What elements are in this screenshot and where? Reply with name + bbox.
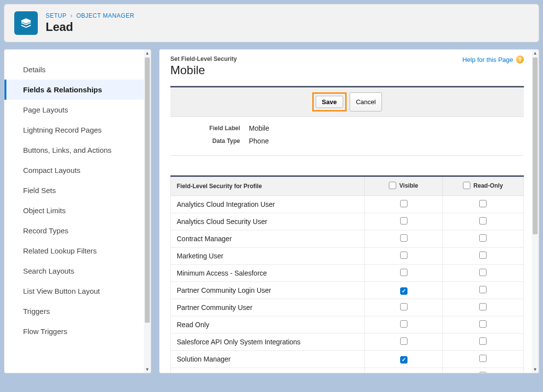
breadcrumb-setup[interactable]: SETUP bbox=[46, 12, 66, 19]
save-highlight: Save bbox=[312, 92, 347, 112]
profile-name: Minimum Access - Salesforce bbox=[171, 265, 365, 282]
table-row: Standard User bbox=[171, 368, 524, 374]
sidebar-scrollbar[interactable]: ▲ ▼ bbox=[144, 50, 151, 373]
help-icon: ? bbox=[516, 56, 524, 63]
profile-name: Contract Manager bbox=[171, 230, 365, 248]
sidebar-item-fields-relationships[interactable]: Fields & Relationships bbox=[4, 80, 151, 100]
readonly-checkbox[interactable] bbox=[479, 269, 487, 276]
table-row: Contract Manager bbox=[171, 230, 524, 248]
sidebar-item-related-lookup-filters[interactable]: Related Lookup Filters bbox=[4, 241, 151, 261]
readonly-checkbox[interactable] bbox=[479, 200, 487, 207]
sidebar: DetailsFields & RelationshipsPage Layout… bbox=[4, 49, 151, 373]
visible-checkbox[interactable] bbox=[400, 217, 407, 224]
section-subheading: Set Field-Level Security bbox=[170, 56, 237, 62]
profile-name: Standard User bbox=[171, 368, 365, 374]
data-type-caption: Data Type bbox=[170, 138, 249, 144]
visible-checkbox[interactable] bbox=[400, 287, 407, 295]
object-icon bbox=[14, 11, 38, 35]
col-profile: Field-Level Security for Profile bbox=[171, 176, 365, 196]
table-row: Read Only bbox=[171, 316, 524, 334]
page-header: SETUP › OBJECT MANAGER Lead bbox=[4, 4, 539, 42]
table-row: Minimum Access - Salesforce bbox=[171, 265, 524, 282]
table-row: Marketing User bbox=[171, 248, 524, 265]
page-title: Lead bbox=[46, 20, 135, 34]
col-visible: Visible bbox=[365, 176, 442, 196]
readonly-checkbox[interactable] bbox=[479, 372, 487, 373]
sidebar-item-flow-triggers[interactable]: Flow Triggers bbox=[4, 321, 151, 341]
readonly-checkbox[interactable] bbox=[479, 303, 487, 310]
visible-checkbox[interactable] bbox=[400, 269, 407, 276]
save-button[interactable]: Save bbox=[316, 96, 343, 108]
profile-name: Partner Community Login User bbox=[171, 282, 365, 299]
main-panel: ▲ ▼ Set Field-Level Security Mobile Help… bbox=[159, 49, 539, 373]
sidebar-item-search-layouts[interactable]: Search Layouts bbox=[4, 261, 151, 281]
visible-checkbox[interactable] bbox=[400, 200, 407, 207]
scroll-up-arrow[interactable]: ▲ bbox=[532, 50, 539, 56]
visible-select-all-checkbox[interactable] bbox=[389, 182, 396, 189]
sidebar-item-list-view-button-layout[interactable]: List View Button Layout bbox=[4, 281, 151, 301]
scrollbar-thumb[interactable] bbox=[533, 57, 538, 234]
sidebar-item-field-sets[interactable]: Field Sets bbox=[4, 180, 151, 200]
table-row: Partner Community User bbox=[171, 299, 524, 316]
readonly-checkbox[interactable] bbox=[479, 234, 487, 242]
scrollbar-thumb[interactable] bbox=[145, 57, 150, 323]
table-row: Analytics Cloud Security User bbox=[171, 213, 524, 230]
readonly-checkbox[interactable] bbox=[479, 217, 487, 224]
field-label-caption: Field Label bbox=[170, 125, 249, 132]
visible-checkbox[interactable] bbox=[400, 373, 407, 374]
sidebar-item-page-layouts[interactable]: Page Layouts bbox=[4, 100, 151, 120]
visible-checkbox[interactable] bbox=[400, 356, 407, 364]
profile-name: Solution Manager bbox=[171, 351, 365, 368]
breadcrumb: SETUP › OBJECT MANAGER bbox=[46, 12, 135, 19]
table-row: Analytics Cloud Integration User bbox=[171, 196, 524, 213]
profile-name: Salesforce API Only System Integrations bbox=[171, 334, 365, 351]
profile-name: Read Only bbox=[171, 316, 365, 334]
sidebar-item-triggers[interactable]: Triggers bbox=[4, 301, 151, 321]
cancel-button[interactable]: Cancel bbox=[350, 92, 382, 112]
readonly-checkbox[interactable] bbox=[479, 252, 487, 259]
profile-name: Partner Community User bbox=[171, 299, 365, 316]
field-label-value: Mobile bbox=[249, 124, 269, 132]
visible-checkbox[interactable] bbox=[400, 303, 407, 310]
scroll-down-arrow[interactable]: ▼ bbox=[532, 366, 539, 373]
sidebar-item-details[interactable]: Details bbox=[4, 59, 151, 80]
table-row: Solution Manager bbox=[171, 351, 524, 368]
table-row: Salesforce API Only System Integrations bbox=[171, 334, 524, 351]
scroll-down-arrow[interactable]: ▼ bbox=[144, 366, 151, 373]
sidebar-item-object-limits[interactable]: Object Limits bbox=[4, 200, 151, 221]
readonly-checkbox[interactable] bbox=[479, 320, 487, 328]
readonly-checkbox[interactable] bbox=[479, 337, 487, 345]
breadcrumb-object-manager[interactable]: OBJECT MANAGER bbox=[76, 12, 134, 19]
readonly-select-all-checkbox[interactable] bbox=[463, 182, 470, 189]
help-link[interactable]: Help for this Page ? bbox=[462, 56, 524, 63]
button-bar: Save Cancel bbox=[170, 86, 524, 117]
visible-checkbox[interactable] bbox=[400, 252, 407, 259]
readonly-checkbox[interactable] bbox=[479, 286, 487, 293]
data-type-value: Phone bbox=[249, 137, 269, 145]
visible-checkbox[interactable] bbox=[400, 320, 407, 328]
profile-name: Analytics Cloud Integration User bbox=[171, 196, 365, 213]
scroll-up-arrow[interactable]: ▲ bbox=[144, 50, 151, 56]
sidebar-item-compact-layouts[interactable]: Compact Layouts bbox=[4, 160, 151, 180]
visible-checkbox[interactable] bbox=[400, 337, 407, 345]
sidebar-item-lightning-record-pages[interactable]: Lightning Record Pages bbox=[4, 120, 151, 140]
profile-name: Analytics Cloud Security User bbox=[171, 213, 365, 230]
field-info: Field Label Mobile Data Type Phone bbox=[170, 117, 524, 156]
section-heading: Mobile bbox=[170, 63, 237, 77]
sidebar-item-buttons-links-and-actions[interactable]: Buttons, Links, and Actions bbox=[4, 140, 151, 160]
readonly-checkbox[interactable] bbox=[479, 355, 487, 362]
profile-name: Marketing User bbox=[171, 248, 365, 265]
col-readonly: Read-Only bbox=[442, 176, 523, 196]
main-scrollbar[interactable]: ▲ ▼ bbox=[532, 50, 539, 373]
fls-table: Field-Level Security for Profile Visible bbox=[170, 175, 524, 373]
visible-checkbox[interactable] bbox=[400, 234, 407, 242]
sidebar-item-record-types[interactable]: Record Types bbox=[4, 221, 151, 241]
table-row: Partner Community Login User bbox=[171, 282, 524, 299]
